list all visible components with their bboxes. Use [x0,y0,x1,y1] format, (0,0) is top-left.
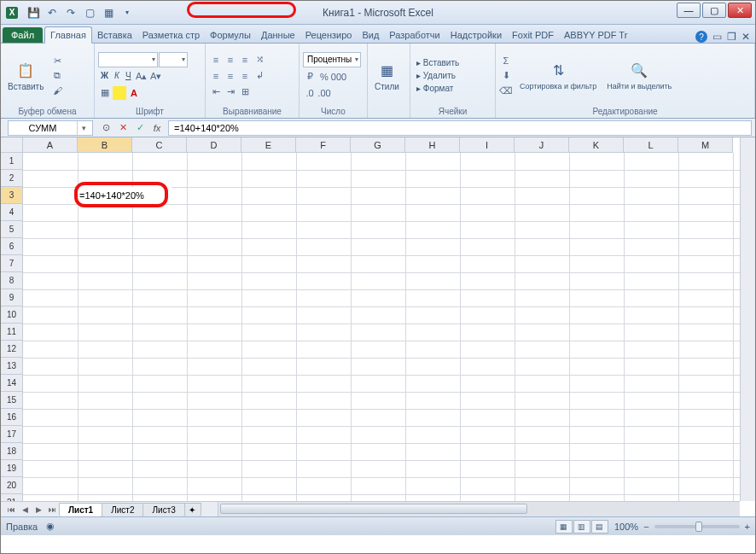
column-header-F[interactable]: F [296,137,351,153]
tab-nav-next-icon[interactable]: ▶ [32,505,45,514]
row-header-5[interactable]: 5 [1,221,23,238]
zoom-level[interactable]: 100% [614,522,638,532]
view-page-break-button[interactable]: ▤ [591,520,608,534]
qat-custom-2[interactable]: ▦ [100,4,117,21]
tab-foxit[interactable]: Foxit PDF [507,27,559,43]
column-header-K[interactable]: K [569,137,624,153]
row-header-18[interactable]: 18 [1,443,23,460]
restore-window-icon[interactable]: ❐ [727,31,736,43]
column-header-G[interactable]: G [351,137,405,153]
row-header-6[interactable]: 6 [1,238,23,255]
row-header-16[interactable]: 16 [1,409,23,426]
autosum-icon[interactable]: Σ [499,54,513,67]
qat-dropdown-icon[interactable]: ▾ [119,4,136,21]
name-box[interactable]: ▾ [8,120,93,136]
sheet-tab-1[interactable]: Лист1 [59,503,102,516]
cells-area[interactable] [23,153,740,501]
column-header-B[interactable]: B [78,137,132,153]
row-header-14[interactable]: 14 [1,375,23,392]
row-header-1[interactable]: 1 [1,153,23,170]
save-icon[interactable]: 💾 [25,4,42,21]
minimize-ribbon-icon[interactable]: ▭ [712,31,722,43]
close-workbook-icon[interactable]: ✕ [741,31,750,43]
row-header-12[interactable]: 12 [1,341,23,358]
sheet-tab-2[interactable]: Лист2 [102,503,143,516]
tab-home[interactable]: Главная [44,26,92,44]
undo-icon[interactable]: ↶ [44,4,61,21]
tab-insert[interactable]: Вставка [92,27,137,43]
clear-icon[interactable]: ⌫ [499,85,513,98]
row-header-20[interactable]: 20 [1,477,23,494]
macro-record-icon[interactable]: ◉ [46,521,55,532]
column-header-I[interactable]: I [460,137,515,153]
name-box-dropdown-icon[interactable]: ▾ [77,121,90,135]
decrease-font-icon[interactable]: A▾ [149,70,163,84]
fill-icon[interactable]: ⬇ [499,69,513,83]
increase-indent-icon[interactable]: ⇥ [224,85,237,99]
zoom-slider[interactable] [654,525,740,528]
insert-function-icon[interactable]: fx [149,120,165,136]
font-name-combo[interactable] [98,52,158,67]
row-header-17[interactable]: 17 [1,426,23,443]
horizontal-scrollbar[interactable] [218,502,740,516]
file-tab[interactable]: Файл [3,27,43,43]
horizontal-scroll-thumb[interactable] [220,504,527,514]
column-header-C[interactable]: C [132,137,187,153]
view-normal-button[interactable]: ▦ [555,520,573,534]
comma-icon[interactable]: 000 [332,70,346,84]
new-sheet-button[interactable]: ✦ [184,503,201,516]
row-header-2[interactable]: 2 [1,170,23,187]
align-top-icon[interactable]: ≡ [209,53,223,67]
accept-formula-icon[interactable]: ✓ [132,120,148,136]
orientation-icon[interactable]: ⤮ [253,53,266,67]
decrease-indent-icon[interactable]: ⇤ [209,85,223,99]
tab-addins[interactable]: Надстройки [445,27,507,43]
row-header-8[interactable]: 8 [1,272,23,289]
row-header-3[interactable]: 3 [1,187,23,204]
sheet-tab-3[interactable]: Лист3 [142,503,184,516]
tab-nav-prev-icon[interactable]: ◀ [18,505,32,514]
row-header-19[interactable]: 19 [1,460,23,477]
copy-icon[interactable]: ⧉ [50,69,64,83]
row-header-10[interactable]: 10 [1,306,23,324]
column-header-D[interactable]: D [187,137,241,153]
font-size-combo[interactable] [159,52,188,67]
underline-button[interactable]: Ч [123,70,134,84]
tab-review[interactable]: Рецензиро [300,27,358,43]
help-icon[interactable]: ? [695,31,707,43]
name-box-input[interactable] [9,121,77,135]
styles-button[interactable]: ▦ Стили [371,58,403,93]
italic-button[interactable]: К [112,70,122,84]
cut-icon[interactable]: ✂ [50,55,64,68]
select-all-corner[interactable] [1,137,23,153]
tab-developer[interactable]: Разработчи [384,27,445,43]
number-format-combo[interactable]: Процентны [303,52,361,67]
paste-button[interactable]: 📋 Вставить [4,58,47,93]
redo-icon[interactable]: ↷ [62,4,79,21]
font-color-icon[interactable]: A [127,86,141,100]
close-button[interactable]: ✕ [728,3,752,18]
align-bottom-icon[interactable]: ≡ [238,53,252,67]
formula-input[interactable] [169,123,751,133]
minimize-button[interactable]: — [677,3,701,18]
delete-cells-button[interactable]: ▸ Удалить [414,70,462,81]
wrap-text-icon[interactable]: ↲ [253,69,266,83]
sort-filter-button[interactable]: ⇅ Сортировка и фильтр [516,59,600,93]
row-header-11[interactable]: 11 [1,324,23,341]
tab-formulas[interactable]: Формулы [205,27,256,43]
functions-dropdown-icon[interactable]: ⊙ [98,120,113,136]
tab-abbyy[interactable]: ABBYY PDF Tr [559,27,632,43]
vertical-scrollbar[interactable] [740,137,755,501]
find-select-button[interactable]: 🔍 Найти и выделить [603,59,675,93]
cell-editor-input[interactable] [78,187,172,204]
merge-icon[interactable]: ⊞ [238,85,252,99]
decrease-decimal-icon[interactable]: .0 [303,86,317,100]
row-header-15[interactable]: 15 [1,392,23,409]
bold-button[interactable]: Ж [98,70,111,84]
zoom-out-button[interactable]: − [643,522,648,532]
percent-icon[interactable]: % [317,70,331,84]
maximize-button[interactable]: ▢ [702,3,726,18]
zoom-slider-knob[interactable] [695,522,702,532]
increase-font-icon[interactable]: A▴ [135,70,148,84]
tab-nav-first-icon[interactable]: ⏮ [4,505,18,514]
